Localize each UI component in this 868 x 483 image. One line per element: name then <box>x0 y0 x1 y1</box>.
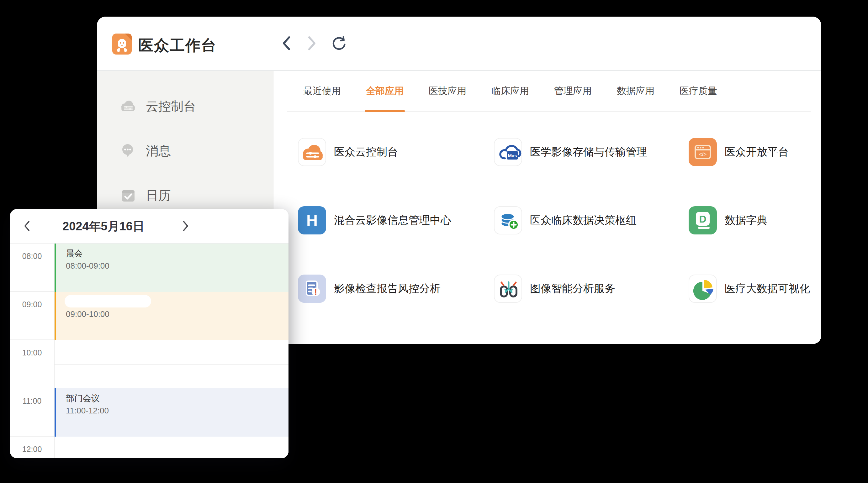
messages-icon <box>120 143 137 158</box>
half-hour-line <box>55 364 288 365</box>
time-label: 12:00 <box>10 445 54 454</box>
chevron-right-icon <box>182 220 189 232</box>
sidebar-item-label: 日历 <box>146 187 171 204</box>
open-platform-app-icon: </> <box>689 138 717 166</box>
calendar-day-grid: 08:00 晨会 08:00-09:00 09:00 09:00-10:00 1… <box>10 244 288 458</box>
event-title: 部门会议 <box>66 393 100 404</box>
sidebar-item-label: 消息 <box>146 142 171 160</box>
event-time: 08:00-09:00 <box>66 261 110 271</box>
cloud-console-icon <box>120 99 137 114</box>
h-letter-text: H <box>306 212 318 229</box>
app-item-report-risk-analysis[interactable]: ! 影像检查报告风控分析 <box>298 275 494 303</box>
app-label: 医众云控制台 <box>334 145 398 159</box>
app-label: 医学影像存储与传输管理 <box>530 145 647 159</box>
app-item-data-dictionary[interactable]: D 数据字典 <box>689 206 810 234</box>
big-data-visualization-app-icon <box>689 275 717 303</box>
clinical-data-hub-app-icon <box>494 206 522 234</box>
back-button[interactable] <box>281 36 292 52</box>
app-label: 医众开放平台 <box>725 145 789 159</box>
tab-recent[interactable]: 最近使用 <box>303 85 341 97</box>
header-nav <box>281 17 346 71</box>
tab-medtech-apps[interactable]: 医技应用 <box>429 85 466 97</box>
content-area: 最近使用 全部应用 医技应用 临床应用 管理应用 数据应用 医疗质量 <box>274 71 821 344</box>
event-time: 11:00-12:00 <box>66 406 109 416</box>
refresh-button[interactable] <box>332 36 346 52</box>
calendar-row-08[interactable]: 08:00 晨会 08:00-09:00 <box>10 244 288 292</box>
sidebar-item-calendar[interactable]: 日历 <box>97 186 273 205</box>
redacted-title-pill <box>65 295 151 308</box>
d-letter-text: D <box>699 214 706 225</box>
tab-clinical-apps[interactable]: 临床应用 <box>491 85 529 97</box>
calendar-event-department-meeting[interactable]: 部门会议 11:00-12:00 <box>54 388 288 437</box>
chevron-left-icon <box>281 36 292 52</box>
tab-medical-quality[interactable]: 医疗质量 <box>680 85 717 97</box>
refresh-icon <box>332 36 346 52</box>
tab-management-apps[interactable]: 管理应用 <box>554 85 592 97</box>
calendar-event-redacted[interactable]: 09:00-10:00 <box>54 292 288 340</box>
calendar-next-day-button[interactable] <box>179 209 192 244</box>
calendar-panel: 2024年5月16日 08:00 晨会 08:00-09:00 09:00 <box>10 209 288 458</box>
event-title: 晨会 <box>66 248 83 259</box>
app-grid: 医众云控制台 Mas 医学影像存储与传输管理 <box>298 138 810 303</box>
hybrid-cloud-imaging-app-icon: H <box>298 206 326 234</box>
calendar-row-10[interactable]: 10:00 <box>10 340 288 388</box>
app-label: 医疗大数据可视化 <box>725 282 810 296</box>
code-glyph-text: </> <box>699 151 707 157</box>
calendar-row-09[interactable]: 09:00 09:00-10:00 <box>10 292 288 340</box>
calendar-header: 2024年5月16日 <box>10 209 288 244</box>
event-time: 09:00-10:00 <box>66 309 110 319</box>
app-item-big-data-visualization[interactable]: 医疗大数据可视化 <box>689 275 810 303</box>
tab-data-apps[interactable]: 数据应用 <box>617 85 654 97</box>
data-dictionary-app-icon: D <box>689 206 717 234</box>
calendar-prev-day-button[interactable] <box>20 209 34 244</box>
time-label: 08:00 <box>10 252 54 261</box>
app-item-image-ai-analysis[interactable]: 图像智能分析服务 <box>494 275 689 303</box>
time-label: 10:00 <box>10 348 54 357</box>
report-risk-app-icon: ! <box>298 275 326 303</box>
app-logo-icon <box>112 34 132 55</box>
app-item-open-platform[interactable]: </> 医众开放平台 <box>689 138 810 166</box>
sidebar-item-cloud-console[interactable]: 云控制台 <box>97 97 273 116</box>
forward-button[interactable] <box>306 36 317 52</box>
lung-image-analysis-app-icon <box>494 275 522 303</box>
app-label: 图像智能分析服务 <box>530 282 615 296</box>
app-item-clinical-data-hub[interactable]: 医众临床数据决策枢纽 <box>494 206 689 234</box>
app-label: 影像检查报告风控分析 <box>334 282 441 296</box>
time-gutter-divider <box>54 244 55 458</box>
calendar-date: 2024年5月16日 <box>57 209 151 244</box>
imaging-storage-app-icon: Mas <box>494 138 522 166</box>
mas-badge-text: Mas <box>508 153 517 158</box>
app-label: 医众临床数据决策枢纽 <box>530 213 637 228</box>
calendar-event-morning-meeting[interactable]: 晨会 08:00-09:00 <box>54 244 288 292</box>
calendar-row-11[interactable]: 11:00 部门会议 11:00-12:00 <box>10 388 288 437</box>
app-item-hybrid-cloud-imaging[interactable]: H 混合云影像信息管理中心 <box>298 206 494 234</box>
app-item-imaging-storage[interactable]: Mas 医学影像存储与传输管理 <box>494 138 689 166</box>
calendar-icon <box>120 188 137 203</box>
calendar-row-12[interactable]: 12:00 <box>10 437 288 458</box>
time-label: 11:00 <box>10 396 54 406</box>
sidebar-item-messages[interactable]: 消息 <box>97 141 273 160</box>
app-label: 数据字典 <box>725 213 767 228</box>
app-title: 医众工作台 <box>138 35 217 56</box>
screenshot-canvas: 医众工作台 <box>0 0 868 483</box>
exclamation-glyph-text: ! <box>314 287 317 296</box>
cloud-console-app-icon <box>298 138 326 166</box>
chevron-right-icon <box>306 36 317 52</box>
time-label: 09:00 <box>10 300 54 309</box>
sidebar-item-label: 云控制台 <box>146 98 196 115</box>
window-header: 医众工作台 <box>97 17 821 71</box>
chevron-left-icon <box>23 220 31 232</box>
app-tabs: 最近使用 全部应用 医技应用 临床应用 管理应用 数据应用 医疗质量 <box>287 71 811 111</box>
tab-all-apps[interactable]: 全部应用 <box>366 85 404 97</box>
app-item-cloud-console[interactable]: 医众云控制台 <box>298 138 494 166</box>
app-label: 混合云影像信息管理中心 <box>334 213 451 228</box>
